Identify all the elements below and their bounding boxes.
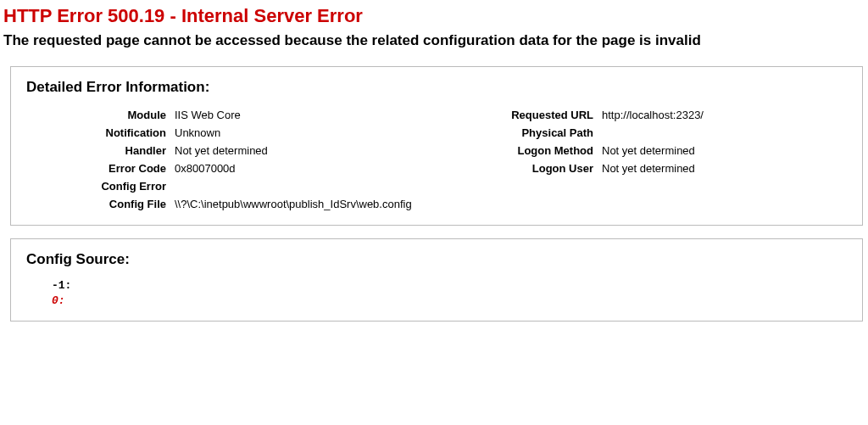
config-source-line-neg1: -1: bbox=[26, 278, 847, 294]
notification-label: Notification bbox=[26, 124, 175, 142]
requested-url-label: Requested URL bbox=[453, 106, 602, 124]
detailed-error-panel: Detailed Error Information: Module IIS W… bbox=[10, 66, 863, 226]
detailed-error-heading: Detailed Error Information: bbox=[26, 79, 847, 96]
logon-method-label: Logon Method bbox=[453, 142, 602, 159]
config-source-line-0: 0: bbox=[26, 294, 847, 309]
notification-value: Unknown bbox=[175, 124, 412, 142]
page-subtitle: The requested page cannot be accessed be… bbox=[3, 32, 865, 49]
requested-url-value: http://localhost:2323/ bbox=[602, 106, 839, 124]
error-code-value: 0x8007000d bbox=[175, 159, 412, 177]
config-source-heading: Config Source: bbox=[26, 251, 847, 268]
config-file-label: Config File bbox=[26, 195, 175, 213]
config-file-value: \\?\C:\inetpub\wwwroot\publish_IdSrv\web… bbox=[175, 195, 412, 213]
physical-path-label: Physical Path bbox=[453, 124, 602, 142]
config-source-panel: Config Source: -1: 0: bbox=[10, 238, 863, 322]
page-title: HTTP Error 500.19 - Internal Server Erro… bbox=[3, 5, 865, 27]
handler-label: Handler bbox=[26, 142, 175, 159]
config-error-value bbox=[175, 177, 412, 195]
physical-path-value bbox=[602, 124, 839, 142]
module-label: Module bbox=[26, 106, 175, 124]
logon-user-label: Logon User bbox=[453, 159, 602, 177]
logon-method-value: Not yet determined bbox=[602, 142, 839, 159]
config-error-label: Config Error bbox=[26, 177, 175, 195]
detail-table-left: Module IIS Web Core Notification Unknown… bbox=[26, 106, 412, 213]
module-value: IIS Web Core bbox=[175, 106, 412, 124]
logon-user-value: Not yet determined bbox=[602, 159, 839, 177]
detail-table-right: Requested URL http://localhost:2323/ Phy… bbox=[453, 106, 839, 177]
handler-value: Not yet determined bbox=[175, 142, 412, 159]
error-code-label: Error Code bbox=[26, 159, 175, 177]
